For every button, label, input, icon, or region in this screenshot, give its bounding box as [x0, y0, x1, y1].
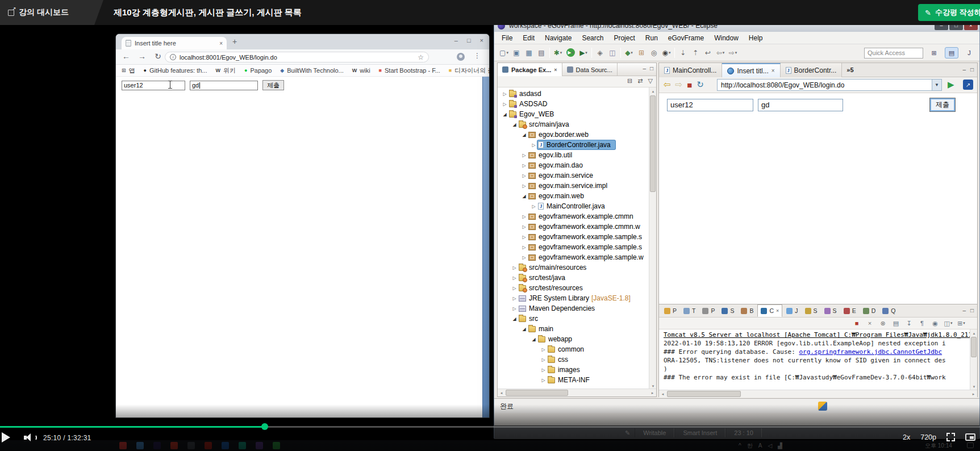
view-close-icon[interactable]: × [554, 67, 557, 73]
maximize-view-icon[interactable]: □ [970, 66, 974, 73]
tree-item[interactable]: ASDSAD [498, 99, 649, 109]
database-icon[interactable]: ◫ [606, 47, 619, 59]
bookmark-item[interactable]: W wiki [352, 67, 370, 74]
print-icon[interactable]: ▤ [535, 47, 548, 59]
editor-tab-bordercontroller[interactable]: BorderContr... [781, 63, 843, 77]
bookmark-item[interactable]: ● Papago [244, 67, 272, 74]
tree-expand-arrow[interactable] [511, 275, 518, 281]
servers-tab[interactable]: S × [719, 304, 737, 317]
menu-item[interactable]: Help [744, 32, 768, 44]
debug-icon[interactable]: ✱ [552, 47, 564, 59]
new-tab-button[interactable]: + [232, 37, 237, 46]
scrollbar-thumb[interactable] [667, 391, 741, 397]
open-type-icon[interactable]: ◎ [648, 47, 660, 59]
status-tray-icon[interactable] [818, 402, 827, 411]
next-annotation-icon[interactable]: ⇣ [677, 47, 689, 59]
forward-icon[interactable]: → [137, 52, 147, 61]
tree-expand-arrow[interactable] [511, 286, 518, 291]
back-history-icon[interactable]: ⇦ [714, 47, 727, 59]
stacktrace-link[interactable]: org.springframework.jdbc.CannotGetJdbc [799, 348, 942, 356]
login-pw-input[interactable]: gd [758, 99, 843, 111]
browser-stop-icon[interactable]: ■ [687, 80, 692, 90]
console-output[interactable]: Tomcat v8.5 Server at localhost [Apache … [659, 329, 971, 390]
menu-item[interactable]: Project [608, 32, 640, 44]
prev-annotation-icon[interactable]: ⇡ [689, 47, 702, 59]
open-console-icon[interactable]: ⊞ [957, 319, 966, 328]
collapse-all-icon[interactable]: ⊟ [627, 77, 632, 85]
browser-forward-icon[interactable]: ⇨ [675, 80, 683, 90]
tree-item[interactable]: egovframework.example.sample.s [498, 242, 649, 252]
tree-item[interactable]: common [498, 344, 649, 354]
tree-item[interactable]: src/main/resources [498, 262, 649, 273]
bookmark-star-icon[interactable]: ☆ [418, 53, 424, 61]
browser-go-icon[interactable]: ▶ [948, 80, 954, 90]
tab-overflow-indicator[interactable]: »5 [846, 66, 853, 73]
tree-expand-arrow[interactable] [511, 316, 518, 321]
scroll-right-icon[interactable]: ▸ [970, 390, 977, 398]
open-perspective-icon[interactable]: ⊞ [927, 47, 941, 59]
editor-tab-browser[interactable]: Insert titl... × [722, 63, 780, 77]
horizontal-scrollbar[interactable]: ◂ ▸ [659, 390, 977, 398]
tree-expand-arrow[interactable] [520, 183, 528, 189]
run-icon[interactable]: ▶ [566, 48, 575, 57]
tree-item[interactable]: src/test/java [498, 273, 649, 283]
open-external-browser-icon[interactable]: ↗ [963, 80, 973, 90]
tree-expand-arrow[interactable] [501, 102, 508, 107]
new-class-icon[interactable]: ◆ [623, 47, 635, 59]
remove-all-launches-icon[interactable]: ⊗ [878, 319, 887, 328]
scroll-left-icon[interactable]: ◂ [659, 390, 666, 398]
tree-item[interactable]: src [498, 314, 649, 324]
tree-expand-arrow[interactable] [520, 245, 528, 250]
menu-item[interactable]: Navigate [540, 32, 577, 44]
vertical-scrollbar[interactable]: ▴ ▾ [970, 329, 977, 390]
view-close-icon[interactable]: × [776, 308, 779, 314]
tree-item[interactable]: asdasd [498, 89, 649, 99]
declaration-tab[interactable]: D × [860, 304, 879, 317]
tree-expand-arrow[interactable] [520, 194, 528, 199]
scrollbar-thumb[interactable] [971, 337, 977, 357]
tree-expand-arrow[interactable] [511, 122, 518, 127]
chrome-tab[interactable]: Insert title here × [122, 37, 227, 49]
scroll-right-icon[interactable]: ▸ [649, 389, 656, 396]
search-icon[interactable]: ◉ [660, 47, 673, 59]
pin-console-icon[interactable]: ◉ [931, 319, 940, 328]
profile-avatar[interactable] [457, 53, 465, 61]
tree-item[interactable]: egovframework.example.sample.s [498, 232, 649, 242]
javaee-perspective-icon[interactable]: ▤ [945, 47, 958, 59]
tree-expand-arrow[interactable] [530, 337, 537, 342]
tree-expand-arrow[interactable] [530, 143, 537, 148]
minimize-view-icon[interactable]: – [962, 66, 966, 73]
horizontal-scrollbar[interactable]: ◂ ▸ [498, 389, 656, 396]
remove-launch-icon[interactable]: × [865, 319, 874, 328]
tree-item[interactable]: main [498, 324, 649, 334]
bookmark-item[interactable]: ◆ BuiltWith Technolo... [280, 67, 343, 74]
forward-history-icon[interactable]: ⇨ [727, 47, 739, 59]
tree-expand-arrow[interactable] [540, 378, 547, 383]
link-with-editor-icon[interactable]: ⇄ [637, 77, 643, 85]
browser-back-icon[interactable]: ⇦ [664, 80, 671, 90]
tree-item[interactable]: images [498, 365, 649, 375]
wide-mode-icon[interactable] [965, 433, 975, 441]
tree-item[interactable]: MainController.java [498, 201, 649, 211]
login-id-input[interactable]: user12 [122, 81, 185, 90]
submit-button[interactable]: 제출 [262, 80, 284, 90]
save-all-icon[interactable]: ▦ [523, 47, 535, 59]
menu-item[interactable]: Window [709, 32, 744, 44]
menu-item[interactable]: Run [640, 32, 663, 44]
error-log-tab[interactable]: E × [841, 304, 859, 317]
sep[interactable] [591, 48, 592, 58]
chrome-url-bar[interactable]: i localhost:8001/Egov_WEB/login.do ☆ [165, 52, 429, 62]
play-button[interactable] [2, 432, 10, 442]
menu-item[interactable]: eGovFrame [663, 32, 709, 44]
server-icon[interactable]: ◈ [594, 47, 606, 59]
maximize-view-icon[interactable]: □ [650, 65, 653, 72]
browser-refresh-icon[interactable]: ↻ [697, 80, 704, 90]
tree-expand-arrow[interactable] [520, 224, 528, 229]
new-package-icon[interactable]: ⊞ [635, 47, 648, 59]
console-tab[interactable]: C × [757, 304, 782, 317]
sep[interactable] [674, 48, 675, 58]
tree-expand-arrow[interactable] [520, 214, 528, 219]
tree-item[interactable]: BorderController.java [498, 140, 649, 150]
properties-tab[interactable]: P × [699, 304, 718, 317]
sep[interactable] [620, 48, 621, 58]
